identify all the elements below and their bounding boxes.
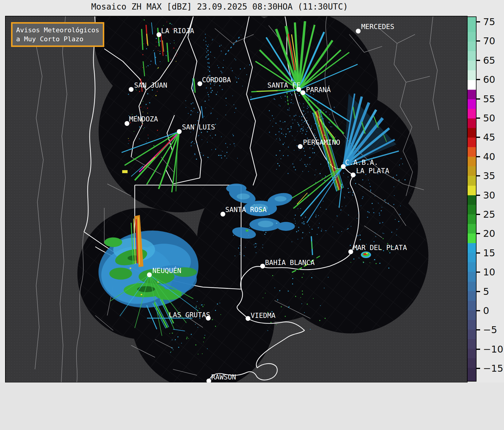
colorbar-tick [477, 329, 480, 330]
warning-badge-line1: Avisos Meteorológicos [16, 26, 99, 34]
city-dot [147, 272, 152, 277]
city-label: NEUQUÉN [152, 267, 181, 274]
colorbar-tick [477, 98, 480, 100]
city-dot [157, 32, 161, 37]
city-dot [220, 212, 225, 216]
city-label: VIEDMA [251, 312, 275, 319]
colorbar-tick-label: 15 [483, 247, 495, 259]
city-dot [298, 144, 303, 149]
colorbar-tick [477, 349, 480, 350]
colorbar-tick [477, 60, 480, 61]
colorbar-tick-label: −5 [483, 324, 497, 336]
city-label: PARANÁ [306, 86, 331, 93]
colorbar-tick [477, 118, 480, 119]
city-dot [301, 90, 305, 95]
colorbar-tick-label: 55 [483, 93, 495, 105]
colorbar-tick-label: −10 [483, 344, 503, 355]
city-label: SANTA FE [267, 82, 301, 89]
colorbar-tick-label: 70 [483, 35, 495, 47]
colorbar-tick [477, 368, 480, 369]
colorbar-tick-label: 45 [483, 132, 495, 143]
city-dot [356, 29, 361, 33]
colorbar-tick-label: 65 [483, 55, 495, 66]
colorbar-tick-label: 35 [483, 170, 495, 182]
city-label: LAS GRUTAS [169, 312, 210, 318]
city-label: MENDOZA [129, 116, 158, 123]
city-label: SAN LUIS [182, 124, 215, 131]
colorbar-tick-label: 25 [483, 209, 495, 220]
colorbar-tick-label: 30 [483, 190, 495, 201]
city-layer: LA RIOJAMERCEDESSAN JUANCÓRDOBASANTA FEP… [6, 16, 467, 382]
colorbar-tick [477, 156, 480, 157]
city-dot [125, 121, 129, 126]
colorbar-tick-label: 60 [483, 74, 495, 85]
city-label: MAR DEL PLATA [353, 244, 407, 251]
footer-logos: Servicio Meteorológico Nacional Argentin… [0, 382, 504, 430]
colorbar-tick [477, 233, 480, 234]
colorbar-gradient [467, 16, 477, 382]
colorbar-tick-label: 40 [483, 151, 495, 162]
city-dot [260, 264, 265, 269]
city-label: BAHÍA BLANCA [265, 259, 315, 266]
city-dot [348, 249, 353, 254]
city-label: SANTA ROSA [225, 206, 266, 213]
city-dot [129, 87, 134, 92]
colorbar-tick-label: 10 [483, 266, 495, 278]
city-dot [177, 129, 182, 134]
colorbar-ticks: 757065605550454035302520151050−5−10−15 [477, 16, 504, 382]
city-label: C.A.B.A. [345, 159, 378, 166]
city-dot [351, 173, 356, 177]
city-label: MERCEDES [361, 23, 394, 30]
colorbar-tick [477, 272, 480, 273]
colorbar-tick-label: 20 [483, 228, 495, 239]
colorbar-tick [477, 79, 480, 80]
colorbar-tick [477, 21, 480, 22]
radar-product-page: Mosaico ZH MAX [dBZ] 23.09.2025 08:30HOA… [0, 0, 504, 430]
colorbar-tick [477, 214, 480, 215]
colorbar-tick-label: 0 [483, 305, 489, 316]
city-label: LA RIOJA [161, 28, 194, 34]
warning-badge[interactable]: Avisos Meteorológicos a Muy Corto Plazo [11, 22, 104, 47]
colorbar-tick [477, 291, 480, 292]
city-label: PERGAMINO [303, 139, 340, 146]
city-dot [197, 81, 202, 86]
reflectivity-colorbar: 757065605550454035302520151050−5−10−15 [467, 16, 477, 382]
colorbar-tick [477, 310, 480, 311]
city-label: RAWSON [211, 374, 236, 381]
colorbar-tick [477, 175, 480, 176]
city-label: LA PLATA [356, 167, 389, 174]
colorbar-tick [477, 252, 480, 254]
colorbar-tick-label: −15 [483, 363, 503, 374]
page-title: Mosaico ZH MAX [dBZ] 23.09.2025 08:30HOA… [0, 2, 439, 12]
colorbar-tick [477, 40, 480, 42]
colorbar-tick [477, 137, 480, 138]
colorbar-tick-label: 5 [483, 286, 489, 297]
colorbar-tick-label: 50 [483, 112, 495, 124]
city-label: SAN JUAN [134, 82, 167, 89]
city-label: CÓRDOBA [202, 77, 231, 83]
colorbar-tick-label: 75 [483, 16, 495, 28]
city-dot [246, 316, 250, 321]
warning-badge-line2: a Muy Corto Plazo [16, 35, 83, 43]
radar-map: LA RIOJAMERCEDESSAN JUANCÓRDOBASANTA FEP… [5, 16, 468, 383]
colorbar-tick [477, 195, 480, 196]
